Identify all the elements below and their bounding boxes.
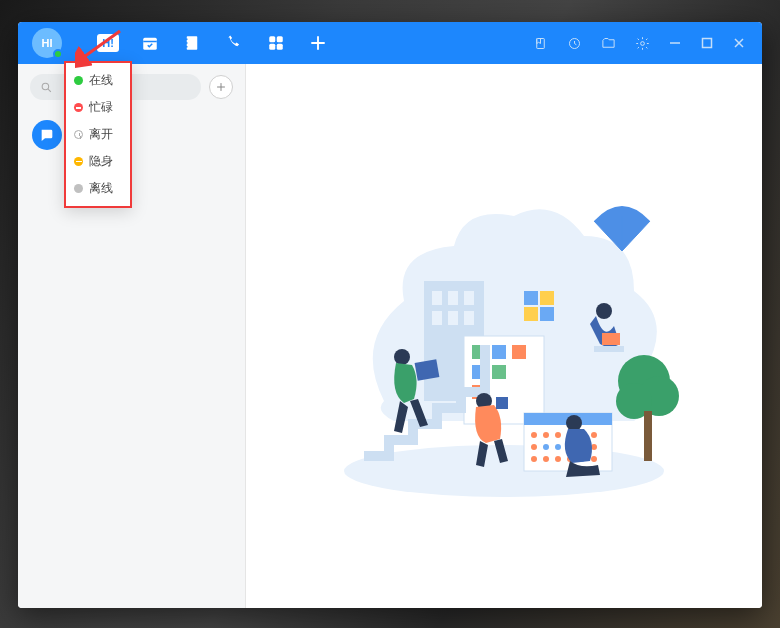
assistant-icon bbox=[32, 120, 62, 150]
svg-rect-21 bbox=[464, 311, 474, 325]
svg-rect-4 bbox=[185, 46, 187, 48]
svg-rect-41 bbox=[415, 359, 440, 381]
svg-rect-12 bbox=[703, 39, 712, 48]
tab-apps[interactable] bbox=[256, 22, 296, 64]
status-busy[interactable]: 忙碌 bbox=[66, 94, 130, 121]
svg-rect-20 bbox=[448, 311, 458, 325]
app-window: HI H! bbox=[18, 22, 762, 608]
svg-rect-17 bbox=[448, 291, 458, 305]
svg-rect-32 bbox=[644, 411, 652, 461]
hi-badge: H! bbox=[97, 34, 119, 52]
maximize-icon bbox=[701, 37, 713, 49]
status-dot bbox=[53, 49, 63, 59]
svg-rect-24 bbox=[524, 307, 538, 321]
tab-add[interactable] bbox=[298, 22, 338, 64]
away-icon bbox=[74, 130, 83, 139]
phone-icon bbox=[225, 34, 243, 52]
avatar-text: HI bbox=[42, 37, 53, 49]
svg-point-11 bbox=[640, 41, 644, 45]
svg-point-46 bbox=[531, 432, 537, 438]
svg-rect-23 bbox=[540, 291, 554, 305]
status-offline[interactable]: 离线 bbox=[66, 175, 130, 202]
busy-icon bbox=[74, 103, 83, 112]
status-label: 隐身 bbox=[89, 153, 113, 170]
svg-rect-35 bbox=[492, 345, 506, 359]
minimize-icon bbox=[669, 37, 681, 49]
svg-rect-28 bbox=[602, 333, 620, 345]
svg-point-54 bbox=[555, 444, 561, 450]
svg-rect-25 bbox=[540, 307, 554, 321]
svg-point-63 bbox=[591, 456, 597, 462]
window-minimize[interactable] bbox=[660, 22, 690, 64]
svg-rect-8 bbox=[277, 44, 283, 50]
titlebar: HI H! bbox=[18, 22, 762, 64]
empty-illustration bbox=[324, 161, 684, 511]
svg-point-59 bbox=[543, 456, 549, 462]
tab-chat[interactable]: H! bbox=[88, 22, 128, 64]
svg-point-40 bbox=[394, 349, 410, 365]
svg-rect-38 bbox=[492, 365, 506, 379]
invisible-icon bbox=[74, 157, 83, 166]
action-settings[interactable] bbox=[626, 22, 658, 64]
status-online[interactable]: 在线 bbox=[66, 67, 130, 94]
status-menu: 在线 忙碌 离开 隐身 离线 bbox=[64, 61, 132, 208]
svg-point-47 bbox=[543, 432, 549, 438]
search-icon bbox=[40, 81, 53, 94]
svg-rect-43 bbox=[496, 397, 508, 409]
notes-icon bbox=[183, 34, 201, 52]
calendar-icon bbox=[141, 34, 159, 52]
window-maximize[interactable] bbox=[692, 22, 722, 64]
gear-icon bbox=[635, 36, 650, 51]
plus-small-icon bbox=[215, 81, 227, 93]
action-folder[interactable] bbox=[592, 22, 624, 64]
svg-point-13 bbox=[42, 83, 49, 90]
svg-rect-2 bbox=[185, 39, 187, 41]
window-close[interactable] bbox=[724, 22, 754, 64]
svg-rect-1 bbox=[187, 36, 198, 50]
svg-point-53 bbox=[543, 444, 549, 450]
titlebar-right bbox=[524, 22, 754, 64]
grid-icon bbox=[267, 34, 285, 52]
action-history[interactable] bbox=[558, 22, 590, 64]
status-label: 离开 bbox=[89, 126, 113, 143]
avatar[interactable]: HI bbox=[32, 28, 62, 58]
svg-rect-5 bbox=[269, 36, 275, 42]
add-contact-button[interactable] bbox=[209, 75, 233, 99]
content-empty bbox=[246, 64, 762, 608]
sidebar: 手 bbox=[18, 64, 246, 608]
status-label: 忙碌 bbox=[89, 99, 113, 116]
history-icon bbox=[567, 36, 582, 51]
svg-rect-27 bbox=[594, 346, 624, 352]
tab-calls[interactable] bbox=[214, 22, 254, 64]
svg-rect-3 bbox=[185, 42, 187, 44]
svg-point-51 bbox=[591, 432, 597, 438]
svg-point-60 bbox=[555, 456, 561, 462]
status-invisible[interactable]: 隐身 bbox=[66, 148, 130, 175]
status-label: 离线 bbox=[89, 180, 113, 197]
svg-rect-16 bbox=[432, 291, 442, 305]
svg-point-58 bbox=[531, 456, 537, 462]
status-away[interactable]: 离开 bbox=[66, 121, 130, 148]
svg-point-52 bbox=[531, 444, 537, 450]
bookmark-icon bbox=[533, 36, 548, 51]
svg-rect-19 bbox=[432, 311, 442, 325]
svg-rect-22 bbox=[524, 291, 538, 305]
plus-icon bbox=[309, 34, 327, 52]
svg-point-64 bbox=[566, 415, 582, 431]
svg-rect-36 bbox=[512, 345, 526, 359]
close-icon bbox=[733, 37, 745, 49]
svg-rect-0 bbox=[143, 38, 157, 50]
offline-icon bbox=[74, 184, 83, 193]
svg-rect-18 bbox=[464, 291, 474, 305]
svg-rect-6 bbox=[277, 36, 283, 42]
tab-calendar[interactable] bbox=[130, 22, 170, 64]
action-pin[interactable] bbox=[524, 22, 556, 64]
tab-notes[interactable] bbox=[172, 22, 212, 64]
online-icon bbox=[74, 76, 83, 85]
folder-icon bbox=[601, 36, 616, 51]
status-label: 在线 bbox=[89, 72, 113, 89]
svg-rect-7 bbox=[269, 44, 275, 50]
svg-point-48 bbox=[555, 432, 561, 438]
svg-point-26 bbox=[596, 303, 612, 319]
